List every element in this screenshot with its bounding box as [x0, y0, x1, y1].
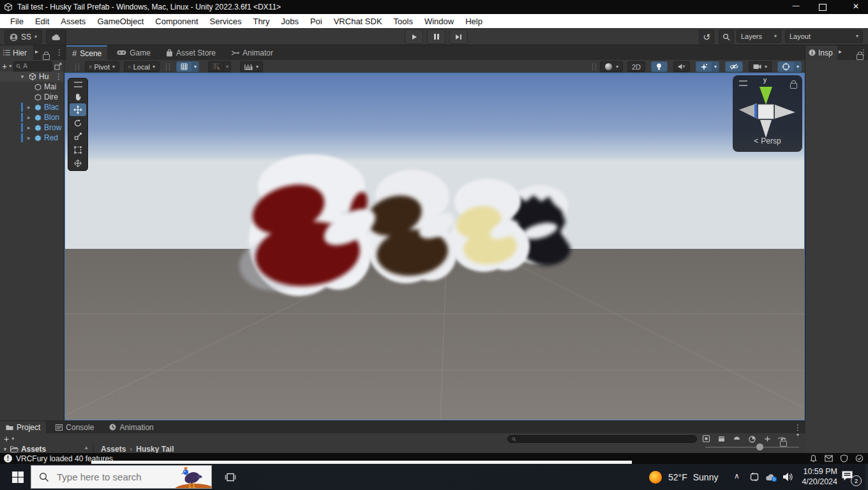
gizmos-caret[interactable]: ▾: [794, 61, 802, 72]
tab-game[interactable]: Game: [111, 45, 156, 60]
maximize-button[interactable]: [819, 4, 827, 11]
start-button[interactable]: [5, 464, 31, 490]
create-asset-caret-icon[interactable]: ▾: [11, 436, 14, 442]
tail-blonde[interactable]: [449, 179, 530, 272]
transform-tool-button[interactable]: [70, 157, 86, 170]
grid-snap-caret[interactable]: ▾: [223, 61, 231, 72]
grid-snap-button[interactable]: [208, 61, 223, 72]
hierarchy-item-brown[interactable]: ▸ Brow: [0, 122, 64, 133]
tab-animation[interactable]: Animation: [103, 421, 159, 433]
expand-triangle-icon[interactable]: ▼: [20, 74, 25, 80]
panel-divider[interactable]: [805, 45, 805, 453]
hierarchy-item-blonde[interactable]: ▸ Blon: [0, 112, 64, 122]
step-button[interactable]: [449, 29, 468, 44]
tab-animator[interactable]: Animator: [225, 45, 279, 60]
hierarchy-item-directional-light[interactable]: Dire: [0, 92, 64, 102]
project-footer-caret-icon[interactable]: ▾: [797, 433, 799, 438]
expand-arrow-icon[interactable]: ▸: [27, 135, 31, 141]
project-toolbar-icon-half[interactable]: [733, 434, 741, 443]
project-assets-row[interactable]: ▼ Assets: [0, 445, 93, 453]
toolbar-drag-handle[interactable]: [166, 63, 170, 71]
project-toolbar-icon-package[interactable]: [717, 434, 726, 443]
breadcrumb-root[interactable]: Assets: [101, 445, 126, 453]
menu-item-file[interactable]: File: [5, 17, 29, 26]
notification-center-button[interactable]: 2: [841, 470, 860, 486]
project-search-input[interactable]: [507, 435, 697, 443]
hidden-objects-button[interactable]: [725, 61, 743, 72]
project-column-divider[interactable]: [93, 445, 94, 453]
menu-item-jobs[interactable]: Jobs: [276, 17, 303, 26]
status-mail-icon[interactable]: [825, 455, 833, 462]
weather-widget[interactable]: 52°F Sunny: [648, 464, 718, 490]
rotate-tool-button[interactable]: [70, 117, 86, 130]
inspector-tab-scroll-arrow[interactable]: ▸: [839, 48, 842, 55]
status-check-icon[interactable]: [855, 454, 864, 463]
tree-scroll-up-icon[interactable]: ▴: [85, 444, 88, 450]
toolbar-drag-handle[interactable]: [592, 63, 596, 71]
hierarchy-tab-scroll-arrow[interactable]: ▸: [35, 48, 38, 55]
menu-item-gameobject[interactable]: GameObject: [92, 17, 149, 26]
expand-arrow-icon[interactable]: ▸: [27, 114, 31, 121]
cloud-services-button[interactable]: [46, 30, 66, 44]
2d-toggle-button[interactable]: 2D: [627, 61, 645, 72]
shading-mode-dropdown[interactable]: ▾: [600, 61, 623, 72]
gizmos-toggle-button[interactable]: [777, 61, 794, 72]
menu-item-component[interactable]: Component: [150, 17, 203, 26]
inspector-menu-icon[interactable]: ⋮: [860, 48, 867, 56]
pause-button[interactable]: [427, 29, 445, 44]
add-object-button[interactable]: +: [2, 61, 7, 71]
tray-chevron-up-icon[interactable]: ∧: [734, 471, 740, 480]
thumbnail-zoom-knob[interactable]: [756, 443, 763, 450]
grid-visibility-caret[interactable]: ▾: [191, 61, 199, 72]
tray-onedrive-icon[interactable]: [765, 473, 777, 482]
menu-item-poi[interactable]: Poi: [305, 17, 327, 26]
window-titlebar[interactable]: Tail test - Husky Tail Prefab - Windows,…: [0, 0, 868, 14]
hierarchy-search-input[interactable]: A: [13, 61, 52, 71]
layers-dropdown[interactable]: Layers ▾: [737, 30, 781, 43]
play-button[interactable]: [405, 29, 423, 44]
tab-asset-store[interactable]: Asset Store: [160, 45, 221, 60]
toolbar-drag-handle[interactable]: [75, 63, 79, 71]
grid-visibility-button[interactable]: [176, 61, 191, 72]
scene-audio-button[interactable]: [673, 61, 690, 72]
effects-caret[interactable]: ▾: [712, 61, 719, 72]
tab-project[interactable]: Project: [0, 421, 46, 433]
create-asset-button[interactable]: +: [4, 434, 9, 444]
scene-row-menu-icon[interactable]: ⋮: [55, 73, 63, 80]
local-dropdown[interactable]: Local ▾: [124, 61, 160, 72]
hierarchy-item-red[interactable]: ▸ Red: [0, 133, 64, 143]
hierarchy-lock-icon[interactable]: [43, 54, 50, 60]
view-tool-button[interactable]: [70, 90, 86, 103]
thumbnail-zoom-slider[interactable]: [705, 447, 799, 448]
project-toolbar-icon-eye[interactable]: [777, 434, 788, 443]
menu-item-help[interactable]: Help: [460, 17, 488, 26]
expand-arrow-icon[interactable]: ▸: [27, 104, 31, 110]
camera-settings-dropdown[interactable]: ▾: [749, 61, 772, 72]
menu-item-edit[interactable]: Edit: [30, 17, 54, 26]
tray-clock[interactable]: 10:59 PM 4/20/2024: [791, 466, 837, 487]
pivot-dropdown[interactable]: Pivot ▾: [85, 61, 119, 72]
menu-item-window[interactable]: Window: [419, 17, 459, 26]
axis-gizmo[interactable]: [733, 75, 802, 145]
projection-toggle[interactable]: < Persp: [733, 137, 802, 145]
hierarchy-scene-row[interactable]: ▼ Hu ⋮: [0, 71, 64, 82]
menu-item-vrchat-sdk[interactable]: VRChat SDK: [329, 17, 387, 26]
tab-console[interactable]: Console: [50, 421, 100, 433]
project-toolbar-icon-plus[interactable]: [763, 434, 772, 443]
status-bell-icon[interactable]: [809, 454, 818, 463]
minimize-button[interactable]: —: [786, 1, 805, 9]
menu-item-services[interactable]: Services: [205, 17, 247, 26]
move-tool-button[interactable]: [70, 103, 86, 116]
status-shield-icon[interactable]: [840, 454, 848, 463]
taskbar-search-box[interactable]: [31, 465, 212, 489]
menu-item-thry[interactable]: Thry: [248, 17, 274, 26]
dock-top-divider[interactable]: [0, 420, 805, 421]
effects-button[interactable]: [696, 61, 712, 72]
project-menu-icon[interactable]: ⋮: [794, 424, 802, 431]
menu-item-tools[interactable]: Tools: [389, 17, 418, 26]
inspector-tab[interactable]: Insp: [805, 45, 837, 60]
menu-item-assets[interactable]: Assets: [56, 17, 91, 26]
hierarchy-menu-icon[interactable]: ⋮: [56, 48, 63, 56]
scene-viewport[interactable]: [64, 74, 805, 421]
tab-scene[interactable]: # Scene: [66, 45, 107, 60]
